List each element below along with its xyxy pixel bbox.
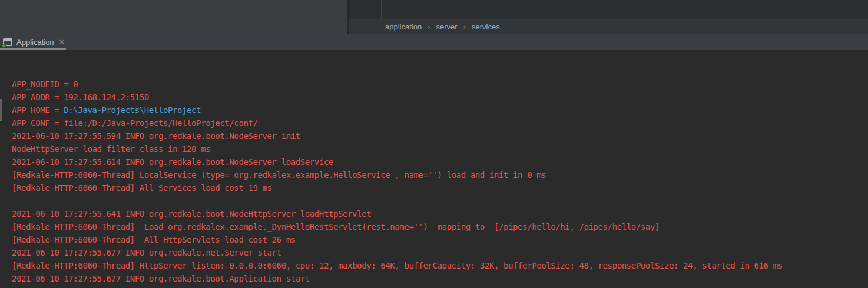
log-text: APP_HOME = [12, 105, 64, 115]
console-line: [Redkale-HTTP:6060-Thread] Load org.redk… [12, 220, 868, 233]
run-console-icon [3, 38, 12, 46]
app-home-link[interactable]: D:\Java-Projects\HelloProject [64, 105, 201, 115]
log-text: [Redkale-HTTP:6060-Thread] All HttpServl… [12, 235, 296, 244]
editor-panel-left [0, 0, 347, 34]
console-line: APP_NODEID = 0 [12, 78, 868, 91]
console-line [12, 194, 868, 207]
editor-divider-line [381, 0, 382, 19]
run-toolwindow-tab-bar: Application ✕ [0, 34, 868, 50]
console-line: [Redkale-HTTP:6060-Thread] LocalService … [12, 168, 868, 181]
console-line: [Redkale-HTTP:6060-Thread] All Services … [12, 181, 868, 194]
breadcrumb-separator: › [463, 22, 466, 31]
console-line: 2021-06-10 17:27:55.594 INFO org.redkale… [12, 130, 868, 143]
console-output: APP_NODEID = 0APP_ADDR = 192.168.124.2:5… [12, 78, 868, 288]
tab-application[interactable]: Application ✕ [0, 35, 70, 49]
log-text: [Redkale-HTTP:6060-Thread] LocalService … [12, 170, 546, 180]
console-line: NodeHttpServer load filter class in 120 … [12, 143, 868, 155]
console-line: 2021-06-10 17:27:55.677 INFO org.redkale… [12, 272, 868, 285]
breadcrumb-item-services[interactable]: services [472, 22, 500, 31]
log-text: 2021-06-10 17:27:55.614 INFO org.redkale… [12, 157, 333, 167]
log-text: [Redkale-HTTP:6060-Thread] Load org.redk… [12, 222, 660, 231]
console-line: 2021-06-10 17:27:55.614 INFO org.redkale… [12, 155, 868, 168]
breadcrumb-item-server[interactable]: server [436, 22, 458, 31]
log-text: 2021-06-10 17:27:55.677 INFO org.redkale… [12, 248, 281, 257]
console-line: [Redkale-HTTP:6060-Thread] All HttpServl… [12, 233, 868, 246]
log-text: [Redkale-HTTP:6060-Thread] HttpServer li… [12, 261, 783, 270]
console-line: APP_HOME = D:\Java-Projects\HelloProject [12, 104, 868, 117]
console-line: Application started in 617 ms [12, 285, 868, 288]
log-text: [Redkale-HTTP:6060-Thread] All Services … [12, 183, 272, 193]
breadcrumb-separator: › [428, 22, 430, 31]
console-panel: APP_NODEID = 0APP_ADDR = 192.168.124.2:5… [0, 50, 868, 288]
breadcrumb-item-application[interactable]: application [385, 22, 422, 31]
editor-panel-right [349, 0, 868, 19]
breadcrumb: application›server›services [349, 19, 868, 34]
console-line: APP_ADDR = 192.168.124.2:5150 [12, 91, 868, 104]
log-text: 2021-06-10 17:27:55.641 INFO org.redkale… [12, 209, 371, 219]
log-text: 2021-06-10 17:27:55.677 INFO org.redkale… [12, 274, 310, 283]
console-line: 2021-06-10 17:27:55.677 INFO org.redkale… [12, 246, 868, 259]
log-text: APP_CONF = file:/D:/Java-Projects/HelloP… [12, 118, 258, 128]
console-line: APP_CONF = file:/D:/Java-Projects/HelloP… [12, 117, 868, 130]
tab-label: Application [16, 38, 54, 47]
console-line: [Redkale-HTTP:6060-Thread] HttpServer li… [12, 259, 868, 272]
scrollbar-thumb-vertical[interactable] [0, 99, 2, 121]
log-text: 2021-06-10 17:27:55.594 INFO org.redkale… [12, 131, 300, 141]
log-text: APP_NODEID = 0 [12, 80, 78, 89]
running-status-dot [2, 44, 6, 48]
log-text: NodeHttpServer load filter class in 120 … [12, 144, 210, 154]
console-line: 2021-06-10 17:27:55.641 INFO org.redkale… [12, 207, 868, 220]
log-text: APP_ADDR = 192.168.124.2:5150 [12, 92, 149, 102]
tab-close-icon[interactable]: ✕ [59, 38, 65, 46]
